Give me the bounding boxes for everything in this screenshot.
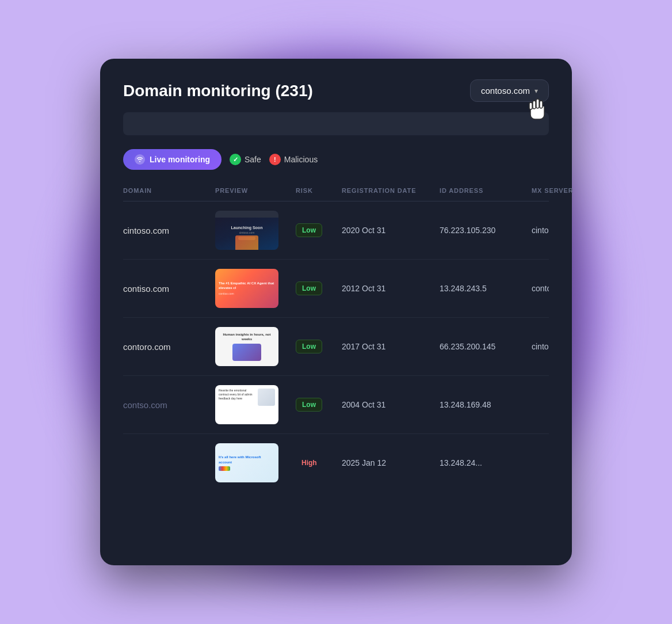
risk-badge: Low	[296, 281, 322, 295]
filter-bar: Live monitoring ✓ Safe ! Malicious	[123, 149, 549, 170]
svg-rect-0	[533, 101, 536, 109]
malicious-label: Malicious	[284, 155, 318, 164]
table-row[interactable]: contso.com Rewrite the emotional contrac…	[123, 376, 549, 434]
malicious-icon: !	[269, 154, 281, 165]
preview-thumbnail: Rewrite the emotional contract every bit…	[215, 385, 278, 424]
table-row[interactable]: contoro.com Human insights in hours, not…	[123, 318, 549, 376]
preview-thumbnail: Human insights in hours, not weeks	[215, 327, 278, 366]
table-row[interactable]: cintoso.com Launching Soon cintoso.com L…	[123, 201, 549, 260]
domain-name: contiso.com	[123, 284, 215, 294]
chevron-down-icon: ▾	[534, 87, 538, 95]
safe-filter[interactable]: ✓ Safe	[230, 154, 261, 165]
safe-label: Safe	[245, 155, 261, 164]
registration-date: 2017 Oct 31	[342, 342, 440, 351]
header: Domain monitoring (231) contoso.com ▾	[123, 79, 549, 102]
live-monitoring-icon	[136, 156, 143, 163]
mx-server: contoso.co...	[532, 284, 549, 293]
table-row[interactable]: contiso.com The #1 Empathic AI CX Agent …	[123, 260, 549, 318]
ip-address: 13.248.169.48	[440, 400, 532, 409]
col-registration-date: REGISTRATION DATE	[342, 187, 440, 194]
safe-icon: ✓	[230, 154, 241, 165]
domain-name: contoro.com	[123, 342, 215, 352]
preview-thumbnail: It's all here with Microsoft account	[215, 443, 278, 482]
domain-selector[interactable]: contoso.com ▾	[470, 79, 549, 102]
ip-address: 66.235.200.145	[440, 342, 532, 351]
page-title: Domain monitoring (231)	[123, 82, 313, 100]
risk-badge: High	[296, 456, 323, 469]
mx-server: cintoso.co...	[532, 226, 549, 235]
preview-image	[258, 389, 275, 406]
risk-badge: Low	[296, 340, 322, 353]
table-header: DOMAIN PREVIEW RISK REGISTRATION DATE ID…	[123, 187, 549, 201]
ip-address: 13.248.24...	[440, 458, 532, 467]
domain-name: contso.com	[123, 400, 215, 410]
registration-date: 2012 Oct 31	[342, 284, 440, 293]
live-monitoring-button[interactable]: Live monitoring	[123, 149, 222, 170]
risk-badge: Low	[296, 398, 322, 412]
live-icon	[135, 154, 145, 165]
domain-name: cintoso.com	[123, 226, 215, 235]
table-row[interactable]: It's all here with Microsoft account Hig…	[123, 434, 549, 482]
registration-date: 2020 Oct 31	[342, 226, 440, 235]
live-monitoring-label: Live monitoring	[150, 155, 210, 164]
preview-image	[235, 235, 258, 250]
col-preview: PREVIEW	[215, 187, 296, 194]
main-card: Domain monitoring (231) contoso.com ▾ Li…	[100, 59, 572, 565]
preview-thumbnail: The #1 Empathic AI CX Agent that elevate…	[215, 269, 278, 308]
col-domain: DOMAIN	[123, 187, 215, 194]
mx-server: cintoso	[532, 342, 549, 351]
ip-address: 76.223.105.230	[440, 226, 532, 235]
malicious-filter[interactable]: ! Malicious	[269, 154, 318, 165]
registration-date: 2025 Jan 12	[342, 458, 440, 467]
risk-badge: Low	[296, 223, 322, 237]
preview-logo	[219, 466, 230, 471]
preview-thumbnail: Launching Soon cintoso.com	[215, 211, 278, 250]
col-risk: RISK	[296, 187, 342, 194]
ip-address: 13.248.243.5	[440, 284, 532, 293]
col-ip-address: ID ADDRESS	[440, 187, 532, 194]
search-bar[interactable]	[123, 112, 549, 135]
preview-image	[232, 344, 261, 361]
registration-date: 2004 Oct 31	[342, 400, 440, 409]
svg-rect-3	[529, 102, 532, 109]
domain-selector-label: contoso.com	[481, 86, 530, 96]
col-mx-server: MX SERVER	[532, 187, 601, 194]
table-body: cintoso.com Launching Soon cintoso.com L…	[123, 201, 549, 482]
